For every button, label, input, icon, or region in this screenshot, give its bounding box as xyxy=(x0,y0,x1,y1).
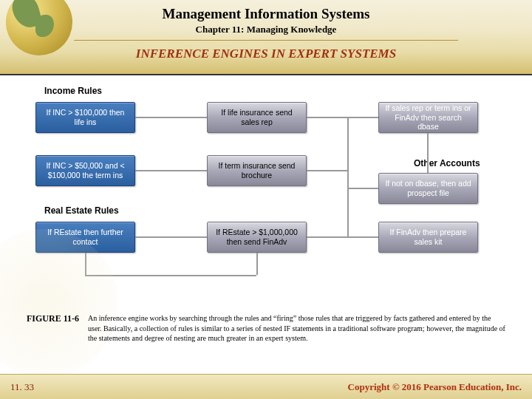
connector xyxy=(347,117,378,118)
box-term-ins: If term insurance send brochure xyxy=(207,155,307,186)
box-search-dbase: If sales rep or term ins or FinAdv then … xyxy=(378,102,478,133)
diagram-area: Income Rules Real Estate Rules Other Acc… xyxy=(0,75,532,312)
divider xyxy=(74,40,458,41)
box-life-ins: If life insurance send sales rep xyxy=(207,102,307,133)
connector xyxy=(135,236,207,238)
figure-caption: FIGURE 11-6 An inference engine works by… xyxy=(27,313,505,344)
slide-footer: 11. 33 Copyright © 2016 Pearson Educatio… xyxy=(0,374,532,399)
label-income-rules: Income Rules xyxy=(44,86,102,96)
box-inc-100k: If INC > $100,000 then life ins xyxy=(35,102,135,133)
connector xyxy=(256,253,258,275)
connector xyxy=(307,117,347,118)
connector xyxy=(347,117,349,237)
connector xyxy=(307,170,347,171)
connector xyxy=(347,188,378,189)
figure-text: An inference engine works by searching t… xyxy=(88,313,505,344)
box-add-prospect: If not on dbase, then add prospect file xyxy=(378,173,478,204)
connector xyxy=(85,275,256,276)
connector xyxy=(347,236,378,238)
connector xyxy=(307,236,347,238)
figure-label: FIGURE 11-6 xyxy=(27,313,79,344)
box-finadv-kit: If FinAdv then prepare sales kit xyxy=(378,222,478,253)
box-restate-1m: If REstate > $1,000,000 then send FinAdv xyxy=(207,222,307,253)
copyright-text: Copyright © 2016 Pearson Education, Inc. xyxy=(348,381,522,393)
slide-subtitle: Chapter 11: Managing Knowledge xyxy=(0,24,532,35)
label-other-accounts: Other Accounts xyxy=(414,158,480,168)
label-realestate-rules: Real Estate Rules xyxy=(44,205,119,216)
slide-header: Management Information Systems Chapter 1… xyxy=(0,0,532,75)
connector xyxy=(85,253,86,275)
connector xyxy=(427,133,429,173)
slide-title: Management Information Systems xyxy=(0,0,532,22)
box-inc-50k: If INC > $50,000 and < $100,000 the term… xyxy=(35,155,135,186)
section-title: INFERENCE ENGINES IN EXPERT SYSTEMS xyxy=(0,47,532,61)
slide-number: 11. 33 xyxy=(10,381,34,393)
connector xyxy=(135,170,207,171)
connector xyxy=(135,117,207,118)
box-restate-contact: If REstate then further contact xyxy=(35,222,135,253)
